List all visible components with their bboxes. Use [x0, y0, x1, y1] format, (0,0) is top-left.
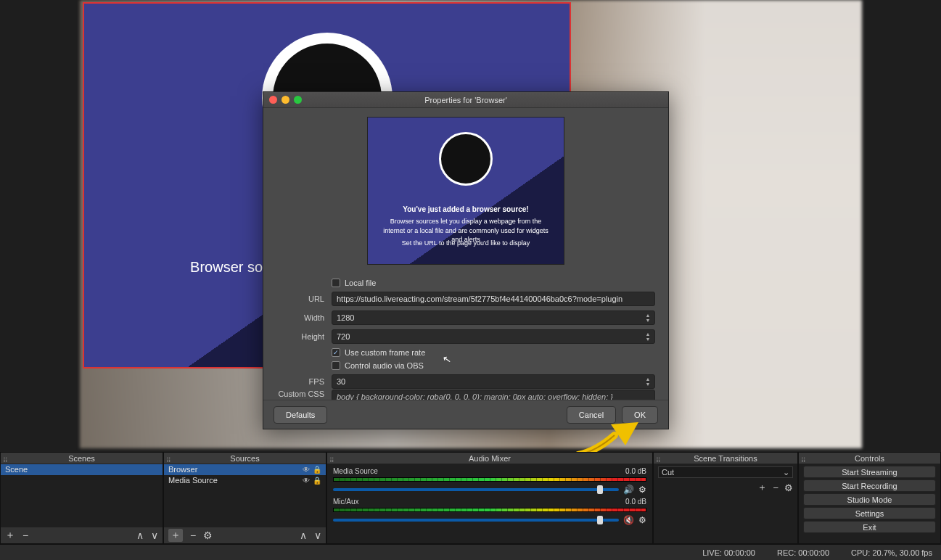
- settings-button[interactable]: Settings: [803, 507, 936, 519]
- status-bar: LIVE: 00:00:00 REC: 00:00:00 CPU: 20.7%,…: [0, 544, 941, 560]
- preview-hint: Set the URL to the page you'd like to di…: [368, 239, 564, 248]
- sources-title: Sources: [230, 454, 259, 463]
- height-stepper[interactable]: ▲▼: [643, 330, 653, 343]
- custom-css-label: Custom CSS: [276, 390, 332, 398]
- dock-row: ⠿Scenes Scene ＋ − ∧ ∨ ⠿Sources Browser 👁…: [0, 452, 941, 544]
- obs-logo-icon: [439, 132, 493, 186]
- width-label: Width: [276, 313, 332, 322]
- custom-framerate-label: Use custom frame rate: [345, 348, 425, 357]
- transition-settings-button[interactable]: ⚙: [784, 482, 793, 493]
- add-scene-button[interactable]: ＋: [5, 529, 15, 542]
- dialog-footer: Defaults Cancel OK: [263, 400, 668, 429]
- close-icon[interactable]: [269, 96, 277, 104]
- exit-button[interactable]: Exit: [803, 521, 936, 533]
- mixer-track-level: 0.0 dB: [625, 498, 646, 506]
- dialog-form: Local file URL https://studio.livereacti…: [263, 272, 668, 400]
- fps-label: FPS: [276, 377, 332, 386]
- transitions-dock: ⠿Scene Transitions Cut ⌄ ＋ − ⚙: [653, 452, 798, 544]
- source-item-media[interactable]: Media Source 👁🔒: [164, 475, 326, 486]
- url-field[interactable]: https://studio.livereacting.com/stream/5…: [332, 292, 655, 306]
- transition-select[interactable]: Cut ⌄: [658, 466, 793, 478]
- volume-slider[interactable]: [333, 519, 619, 522]
- lock-icon[interactable]: 🔒: [313, 464, 321, 475]
- transitions-title: Scene Transitions: [694, 454, 757, 463]
- source-item-browser[interactable]: Browser 👁🔒: [164, 464, 326, 475]
- track-settings-button[interactable]: ⚙: [638, 485, 646, 495]
- sources-toolbar: ＋ − ⚙ ∧ ∨: [164, 527, 326, 543]
- scenes-title: Scenes: [68, 454, 95, 463]
- browser-source-preview: You've just added a browser source! Brow…: [367, 117, 564, 265]
- mixer-track-mic: Mic/Aux0.0 dB 🔇 ⚙: [327, 495, 652, 525]
- lock-icon[interactable]: 🔒: [313, 475, 321, 486]
- source-settings-button[interactable]: ⚙: [203, 530, 213, 541]
- dialog-titlebar[interactable]: Properties for 'Browser': [263, 92, 668, 108]
- scene-down-button[interactable]: ∨: [151, 530, 158, 541]
- add-source-button[interactable]: ＋: [168, 529, 183, 542]
- mixer-meter: [333, 477, 646, 482]
- add-transition-button[interactable]: ＋: [757, 481, 767, 494]
- status-cpu: CPU: 20.7%, 30.00 fps: [851, 548, 932, 557]
- start-recording-button[interactable]: Start Recording: [803, 479, 936, 492]
- scenes-toolbar: ＋ − ∧ ∨: [1, 527, 163, 543]
- height-field[interactable]: 720 ▲▼: [332, 329, 655, 344]
- mixer-track-name: Mic/Aux: [333, 498, 359, 506]
- mixer-title: Audio Mixer: [469, 454, 511, 463]
- scene-item[interactable]: Scene: [1, 464, 163, 475]
- mute-icon[interactable]: 🔇: [623, 515, 634, 525]
- height-label: Height: [276, 332, 332, 341]
- width-stepper[interactable]: ▲▼: [643, 311, 653, 324]
- volume-slider[interactable]: [333, 488, 619, 491]
- remove-source-button[interactable]: −: [190, 530, 196, 541]
- preview-headline: You've just added a browser source!: [368, 205, 564, 215]
- remove-scene-button[interactable]: −: [22, 530, 28, 541]
- scenes-dock: ⠿Scenes Scene ＋ − ∧ ∨: [0, 452, 163, 544]
- minimize-icon[interactable]: [282, 96, 289, 104]
- custom-framerate-checkbox[interactable]: [332, 348, 340, 357]
- local-file-label: Local file: [345, 279, 376, 287]
- audio-mixer-dock: ⠿Audio Mixer Media Source0.0 dB 🔊 ⚙ Mic/…: [326, 452, 653, 544]
- track-settings-button[interactable]: ⚙: [638, 515, 646, 525]
- mixer-track-level: 0.0 dB: [625, 467, 646, 475]
- browser-properties-dialog: Properties for 'Browser' You've just add…: [263, 91, 669, 429]
- eye-icon[interactable]: 👁: [303, 464, 310, 475]
- custom-css-field[interactable]: body { background-color: rgba(0, 0, 0, 0…: [332, 390, 655, 400]
- source-up-button[interactable]: ∧: [300, 530, 307, 541]
- mixer-track-name: Media Source: [333, 467, 378, 475]
- chevron-down-icon: ⌄: [783, 468, 789, 477]
- dialog-preview-area: You've just added a browser source! Brow…: [263, 108, 668, 272]
- sources-dock: ⠿Sources Browser 👁🔒 Media Source 👁🔒 ＋ − …: [163, 452, 326, 544]
- fps-stepper[interactable]: ▲▼: [643, 375, 653, 388]
- width-field[interactable]: 1280 ▲▼: [332, 310, 655, 325]
- dialog-title: Properties for 'Browser': [263, 96, 668, 104]
- mixer-meter: [333, 508, 646, 512]
- control-audio-checkbox[interactable]: [332, 361, 340, 370]
- eye-icon[interactable]: 👁: [303, 475, 310, 486]
- controls-title: Controls: [855, 454, 884, 463]
- ok-button[interactable]: OK: [622, 406, 658, 424]
- speaker-icon[interactable]: 🔊: [623, 485, 634, 495]
- status-live: LIVE: 00:00:00: [702, 548, 755, 557]
- cancel-button[interactable]: Cancel: [567, 406, 616, 424]
- local-file-checkbox[interactable]: [332, 279, 340, 287]
- status-rec: REC: 00:00:00: [777, 548, 829, 557]
- scene-up-button[interactable]: ∧: [136, 530, 144, 541]
- source-down-button[interactable]: ∨: [314, 530, 321, 541]
- zoom-icon[interactable]: [294, 96, 302, 104]
- start-streaming-button[interactable]: Start Streaming: [803, 466, 936, 478]
- controls-dock: ⠿Controls Start Streaming Start Recordin…: [798, 452, 941, 544]
- url-label: URL: [276, 295, 332, 303]
- mixer-track-media: Media Source0.0 dB 🔊 ⚙: [327, 464, 652, 495]
- control-audio-label: Control audio via OBS: [345, 361, 424, 370]
- studio-mode-button[interactable]: Studio Mode: [803, 493, 936, 506]
- fps-field[interactable]: 30 ▲▼: [332, 374, 655, 389]
- remove-transition-button[interactable]: −: [773, 482, 778, 493]
- defaults-button[interactable]: Defaults: [274, 406, 327, 424]
